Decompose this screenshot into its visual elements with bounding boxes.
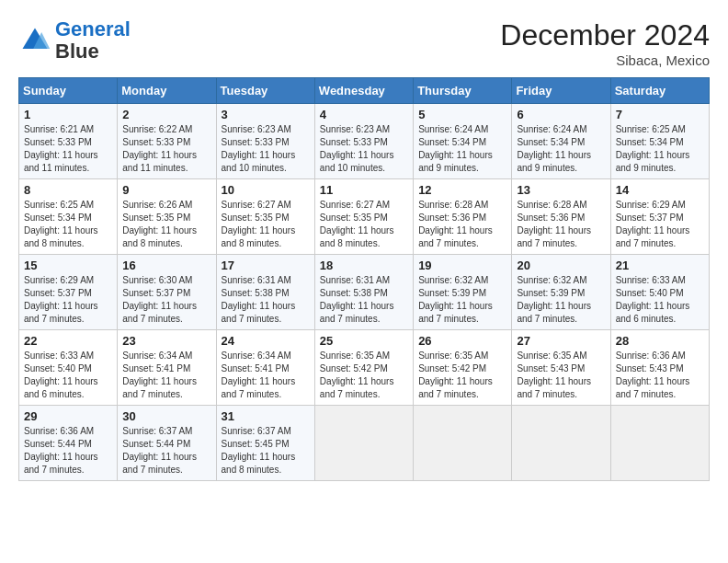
day-number: 3 — [222, 108, 310, 121]
day-info: Sunrise: 6:23 AM Sunset: 5:33 PM Dayligh… — [320, 123, 408, 175]
day-number: 19 — [418, 259, 506, 272]
day-number: 24 — [222, 334, 310, 348]
day-info: Sunrise: 6:32 AM Sunset: 5:39 PM Dayligh… — [517, 274, 605, 326]
day-number: 27 — [517, 334, 605, 348]
calendar-cell: 8Sunrise: 6:25 AM Sunset: 5:34 PM Daylig… — [19, 179, 118, 255]
day-number: 18 — [320, 259, 408, 272]
day-info: Sunrise: 6:34 AM Sunset: 5:41 PM Dayligh… — [222, 350, 310, 401]
day-info: Sunrise: 6:32 AM Sunset: 5:39 PM Dayligh… — [418, 274, 506, 326]
logo: General Blue — [18, 18, 131, 63]
calendar-cell: 28Sunrise: 6:36 AM Sunset: 5:43 PM Dayli… — [610, 330, 709, 406]
day-number: 10 — [222, 183, 310, 197]
calendar-cell: 15Sunrise: 6:29 AM Sunset: 5:37 PM Dayli… — [19, 255, 118, 330]
day-number: 15 — [24, 259, 112, 272]
calendar-cell: 22Sunrise: 6:33 AM Sunset: 5:40 PM Dayli… — [19, 330, 118, 406]
day-number: 1 — [24, 108, 112, 121]
day-number: 6 — [517, 108, 605, 121]
day-number: 21 — [616, 259, 704, 272]
day-info: Sunrise: 6:33 AM Sunset: 5:40 PM Dayligh… — [24, 350, 112, 401]
day-number: 25 — [320, 334, 408, 348]
calendar-cell: 31Sunrise: 6:37 AM Sunset: 5:45 PM Dayli… — [216, 406, 314, 481]
calendar-cell: 11Sunrise: 6:27 AM Sunset: 5:35 PM Dayli… — [314, 179, 413, 255]
logo-icon — [18, 24, 51, 57]
month-title: December 2024 — [500, 18, 710, 52]
day-number: 26 — [418, 334, 506, 348]
day-info: Sunrise: 6:33 AM Sunset: 5:40 PM Dayligh… — [616, 274, 704, 326]
calendar-cell: 9Sunrise: 6:26 AM Sunset: 5:35 PM Daylig… — [118, 179, 216, 255]
day-info: Sunrise: 6:27 AM Sunset: 5:35 PM Dayligh… — [320, 199, 408, 250]
day-number: 20 — [517, 259, 605, 272]
day-info: Sunrise: 6:29 AM Sunset: 5:37 PM Dayligh… — [24, 274, 112, 326]
day-number: 14 — [616, 183, 704, 197]
calendar-cell: 13Sunrise: 6:28 AM Sunset: 5:36 PM Dayli… — [512, 179, 610, 255]
calendar-cell — [414, 406, 512, 481]
calendar-week-4: 22Sunrise: 6:33 AM Sunset: 5:40 PM Dayli… — [19, 330, 710, 406]
calendar-cell — [314, 406, 413, 481]
day-info: Sunrise: 6:35 AM Sunset: 5:42 PM Dayligh… — [320, 350, 408, 401]
calendar-cell: 21Sunrise: 6:33 AM Sunset: 5:40 PM Dayli… — [610, 255, 709, 330]
day-info: Sunrise: 6:22 AM Sunset: 5:33 PM Dayligh… — [122, 123, 210, 175]
day-number: 17 — [222, 259, 310, 272]
day-info: Sunrise: 6:29 AM Sunset: 5:37 PM Dayligh… — [616, 199, 704, 250]
calendar-header: SundayMondayTuesdayWednesdayThursdayFrid… — [19, 78, 710, 104]
day-number: 8 — [24, 183, 112, 197]
calendar-week-2: 8Sunrise: 6:25 AM Sunset: 5:34 PM Daylig… — [19, 179, 710, 255]
calendar-cell — [512, 406, 610, 481]
day-number: 30 — [122, 409, 210, 423]
day-info: Sunrise: 6:28 AM Sunset: 5:36 PM Dayligh… — [517, 199, 605, 250]
calendar-cell: 27Sunrise: 6:35 AM Sunset: 5:43 PM Dayli… — [512, 330, 610, 406]
calendar-cell: 19Sunrise: 6:32 AM Sunset: 5:39 PM Dayli… — [414, 255, 512, 330]
day-info: Sunrise: 6:21 AM Sunset: 5:33 PM Dayligh… — [24, 123, 112, 175]
calendar-cell: 16Sunrise: 6:30 AM Sunset: 5:37 PM Dayli… — [118, 255, 216, 330]
day-info: Sunrise: 6:24 AM Sunset: 5:34 PM Dayligh… — [517, 123, 605, 175]
day-number: 16 — [122, 259, 210, 272]
day-header-tuesday: Tuesday — [216, 78, 314, 104]
calendar-cell: 20Sunrise: 6:32 AM Sunset: 5:39 PM Dayli… — [512, 255, 610, 330]
day-info: Sunrise: 6:26 AM Sunset: 5:35 PM Dayligh… — [122, 199, 210, 250]
calendar-cell: 5Sunrise: 6:24 AM Sunset: 5:34 PM Daylig… — [414, 104, 512, 179]
day-number: 23 — [122, 334, 210, 348]
calendar-cell: 4Sunrise: 6:23 AM Sunset: 5:33 PM Daylig… — [314, 104, 413, 179]
calendar-cell: 29Sunrise: 6:36 AM Sunset: 5:44 PM Dayli… — [19, 406, 118, 481]
calendar-cell: 3Sunrise: 6:23 AM Sunset: 5:33 PM Daylig… — [216, 104, 314, 179]
day-number: 12 — [418, 183, 506, 197]
calendar-cell: 17Sunrise: 6:31 AM Sunset: 5:38 PM Dayli… — [216, 255, 314, 330]
day-info: Sunrise: 6:24 AM Sunset: 5:34 PM Dayligh… — [418, 123, 506, 175]
day-header-saturday: Saturday — [610, 78, 709, 104]
day-header-sunday: Sunday — [19, 78, 118, 104]
calendar-cell: 30Sunrise: 6:37 AM Sunset: 5:44 PM Dayli… — [118, 406, 216, 481]
calendar-cell: 10Sunrise: 6:27 AM Sunset: 5:35 PM Dayli… — [216, 179, 314, 255]
day-info: Sunrise: 6:30 AM Sunset: 5:37 PM Dayligh… — [122, 274, 210, 326]
calendar-table: SundayMondayTuesdayWednesdayThursdayFrid… — [18, 77, 710, 481]
calendar-cell: 14Sunrise: 6:29 AM Sunset: 5:37 PM Dayli… — [610, 179, 709, 255]
calendar-cell: 25Sunrise: 6:35 AM Sunset: 5:42 PM Dayli… — [314, 330, 413, 406]
location: Sibaca, Mexico — [500, 52, 710, 68]
day-number: 2 — [122, 108, 210, 121]
day-number: 28 — [616, 334, 704, 348]
day-info: Sunrise: 6:31 AM Sunset: 5:38 PM Dayligh… — [320, 274, 408, 326]
day-info: Sunrise: 6:31 AM Sunset: 5:38 PM Dayligh… — [222, 274, 310, 326]
calendar-cell: 23Sunrise: 6:34 AM Sunset: 5:41 PM Dayli… — [118, 330, 216, 406]
calendar-cell — [610, 406, 709, 481]
day-number: 9 — [122, 183, 210, 197]
page-header: General Blue December 2024 Sibaca, Mexic… — [18, 18, 710, 68]
calendar-week-1: 1Sunrise: 6:21 AM Sunset: 5:33 PM Daylig… — [19, 104, 710, 179]
day-info: Sunrise: 6:35 AM Sunset: 5:42 PM Dayligh… — [418, 350, 506, 401]
calendar-week-5: 29Sunrise: 6:36 AM Sunset: 5:44 PM Dayli… — [19, 406, 710, 481]
day-info: Sunrise: 6:37 AM Sunset: 5:45 PM Dayligh… — [222, 425, 310, 477]
calendar-cell: 7Sunrise: 6:25 AM Sunset: 5:34 PM Daylig… — [610, 104, 709, 179]
calendar-cell: 12Sunrise: 6:28 AM Sunset: 5:36 PM Dayli… — [414, 179, 512, 255]
day-number: 29 — [24, 409, 112, 423]
day-info: Sunrise: 6:23 AM Sunset: 5:33 PM Dayligh… — [222, 123, 310, 175]
day-header-thursday: Thursday — [414, 78, 512, 104]
calendar-cell: 24Sunrise: 6:34 AM Sunset: 5:41 PM Dayli… — [216, 330, 314, 406]
day-info: Sunrise: 6:37 AM Sunset: 5:44 PM Dayligh… — [122, 425, 210, 477]
day-header-monday: Monday — [118, 78, 216, 104]
logo-text: General Blue — [55, 18, 131, 63]
title-block: December 2024 Sibaca, Mexico — [500, 18, 710, 68]
day-info: Sunrise: 6:27 AM Sunset: 5:35 PM Dayligh… — [222, 199, 310, 250]
day-info: Sunrise: 6:25 AM Sunset: 5:34 PM Dayligh… — [24, 199, 112, 250]
day-info: Sunrise: 6:36 AM Sunset: 5:44 PM Dayligh… — [24, 425, 112, 477]
calendar-cell: 18Sunrise: 6:31 AM Sunset: 5:38 PM Dayli… — [314, 255, 413, 330]
day-number: 7 — [616, 108, 704, 121]
